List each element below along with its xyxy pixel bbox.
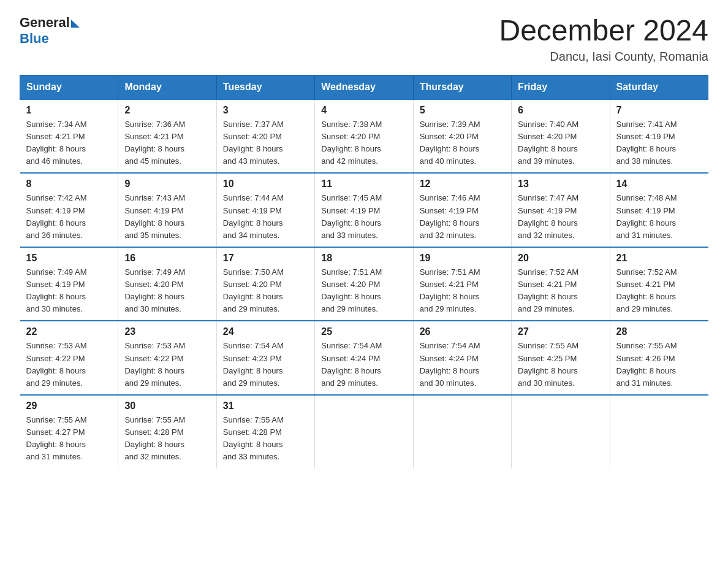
day-info: Sunrise: 7:42 AMSunset: 4:19 PMDaylight:…	[26, 193, 87, 239]
day-number: 5	[420, 105, 505, 116]
day-number: 1	[26, 105, 112, 116]
logo-arrow-icon	[71, 20, 80, 28]
calendar-day-cell	[413, 395, 511, 469]
day-number: 26	[420, 326, 505, 337]
calendar-day-cell: 19 Sunrise: 7:51 AMSunset: 4:21 PMDaylig…	[413, 247, 511, 321]
calendar-day-cell	[315, 395, 413, 469]
day-number: 20	[518, 253, 603, 264]
day-info: Sunrise: 7:49 AMSunset: 4:19 PMDaylight:…	[26, 267, 87, 313]
day-info: Sunrise: 7:48 AMSunset: 4:19 PMDaylight:…	[616, 193, 677, 239]
day-number: 23	[124, 326, 210, 337]
day-number: 27	[518, 326, 603, 337]
calendar-day-cell: 13 Sunrise: 7:47 AMSunset: 4:19 PMDaylig…	[512, 173, 610, 247]
column-header-sunday: Sunday	[20, 75, 118, 99]
day-number: 7	[616, 105, 702, 116]
day-number: 22	[26, 326, 112, 337]
calendar-day-cell: 31 Sunrise: 7:55 AMSunset: 4:28 PMDaylig…	[216, 395, 314, 469]
day-number: 6	[518, 105, 603, 116]
day-info: Sunrise: 7:38 AMSunset: 4:20 PMDaylight:…	[321, 120, 382, 166]
calendar-day-cell: 26 Sunrise: 7:54 AMSunset: 4:24 PMDaylig…	[413, 321, 511, 395]
calendar-week-2: 8 Sunrise: 7:42 AMSunset: 4:19 PMDayligh…	[20, 173, 708, 247]
calendar-day-cell: 22 Sunrise: 7:53 AMSunset: 4:22 PMDaylig…	[20, 321, 118, 395]
calendar-week-1: 1 Sunrise: 7:34 AMSunset: 4:21 PMDayligh…	[20, 99, 708, 174]
calendar-day-cell: 24 Sunrise: 7:54 AMSunset: 4:23 PMDaylig…	[216, 321, 314, 395]
day-number: 10	[223, 178, 308, 190]
calendar-day-cell: 17 Sunrise: 7:50 AMSunset: 4:20 PMDaylig…	[216, 247, 314, 321]
calendar-day-cell: 16 Sunrise: 7:49 AMSunset: 4:20 PMDaylig…	[118, 247, 216, 321]
day-info: Sunrise: 7:49 AMSunset: 4:20 PMDaylight:…	[124, 267, 185, 313]
calendar-day-cell: 6 Sunrise: 7:40 AMSunset: 4:20 PMDayligh…	[512, 99, 610, 174]
day-number: 3	[223, 105, 308, 116]
day-info: Sunrise: 7:37 AMSunset: 4:20 PMDaylight:…	[223, 120, 284, 166]
day-number: 13	[518, 178, 603, 190]
day-info: Sunrise: 7:55 AMSunset: 4:27 PMDaylight:…	[26, 415, 87, 461]
day-info: Sunrise: 7:54 AMSunset: 4:24 PMDaylight:…	[321, 341, 382, 387]
day-number: 25	[321, 326, 406, 337]
calendar-day-cell: 18 Sunrise: 7:51 AMSunset: 4:20 PMDaylig…	[315, 247, 413, 321]
day-number: 15	[26, 253, 112, 264]
day-info: Sunrise: 7:41 AMSunset: 4:19 PMDaylight:…	[616, 120, 677, 166]
column-header-friday: Friday	[512, 75, 610, 99]
day-info: Sunrise: 7:51 AMSunset: 4:21 PMDaylight:…	[420, 267, 480, 313]
calendar-day-cell: 21 Sunrise: 7:52 AMSunset: 4:21 PMDaylig…	[610, 247, 708, 321]
day-info: Sunrise: 7:45 AMSunset: 4:19 PMDaylight:…	[321, 193, 382, 239]
page-header: General Blue December 2024 Dancu, Iasi C…	[20, 15, 708, 64]
column-header-wednesday: Wednesday	[315, 75, 413, 99]
calendar-day-cell: 10 Sunrise: 7:44 AMSunset: 4:19 PMDaylig…	[216, 173, 314, 247]
day-info: Sunrise: 7:55 AMSunset: 4:28 PMDaylight:…	[223, 415, 284, 461]
day-number: 19	[420, 253, 505, 264]
day-info: Sunrise: 7:34 AMSunset: 4:21 PMDaylight:…	[26, 120, 87, 166]
day-number: 17	[223, 253, 308, 264]
calendar-day-cell	[610, 395, 708, 469]
day-number: 4	[321, 105, 406, 116]
title-block: December 2024 Dancu, Iasi County, Romani…	[499, 15, 708, 64]
day-info: Sunrise: 7:54 AMSunset: 4:24 PMDaylight:…	[420, 341, 480, 387]
day-number: 31	[223, 400, 308, 412]
day-number: 12	[420, 178, 505, 190]
calendar-day-cell: 27 Sunrise: 7:55 AMSunset: 4:25 PMDaylig…	[512, 321, 610, 395]
day-info: Sunrise: 7:53 AMSunset: 4:22 PMDaylight:…	[26, 341, 87, 387]
calendar-day-cell: 30 Sunrise: 7:55 AMSunset: 4:28 PMDaylig…	[118, 395, 216, 469]
calendar-day-cell: 1 Sunrise: 7:34 AMSunset: 4:21 PMDayligh…	[20, 99, 118, 174]
day-info: Sunrise: 7:50 AMSunset: 4:20 PMDaylight:…	[223, 267, 284, 313]
day-info: Sunrise: 7:39 AMSunset: 4:20 PMDaylight:…	[420, 120, 480, 166]
calendar-day-cell: 23 Sunrise: 7:53 AMSunset: 4:22 PMDaylig…	[118, 321, 216, 395]
calendar-table: SundayMondayTuesdayWednesdayThursdayFrid…	[20, 75, 708, 469]
calendar-day-cell: 25 Sunrise: 7:54 AMSunset: 4:24 PMDaylig…	[315, 321, 413, 395]
calendar-day-cell: 8 Sunrise: 7:42 AMSunset: 4:19 PMDayligh…	[20, 173, 118, 247]
calendar-day-cell: 2 Sunrise: 7:36 AMSunset: 4:21 PMDayligh…	[118, 99, 216, 174]
day-number: 30	[124, 400, 210, 412]
logo-blue-text: Blue	[20, 31, 49, 47]
day-info: Sunrise: 7:43 AMSunset: 4:19 PMDaylight:…	[124, 193, 185, 239]
day-info: Sunrise: 7:52 AMSunset: 4:21 PMDaylight:…	[518, 267, 578, 313]
day-info: Sunrise: 7:53 AMSunset: 4:22 PMDaylight:…	[124, 341, 185, 387]
calendar-day-cell: 9 Sunrise: 7:43 AMSunset: 4:19 PMDayligh…	[118, 173, 216, 247]
day-info: Sunrise: 7:44 AMSunset: 4:19 PMDaylight:…	[223, 193, 284, 239]
calendar-day-cell: 29 Sunrise: 7:55 AMSunset: 4:27 PMDaylig…	[20, 395, 118, 469]
calendar-header-row: SundayMondayTuesdayWednesdayThursdayFrid…	[20, 75, 708, 99]
calendar-day-cell: 28 Sunrise: 7:55 AMSunset: 4:26 PMDaylig…	[610, 321, 708, 395]
calendar-day-cell: 3 Sunrise: 7:37 AMSunset: 4:20 PMDayligh…	[216, 99, 314, 174]
day-number: 9	[124, 178, 210, 190]
calendar-day-cell: 4 Sunrise: 7:38 AMSunset: 4:20 PMDayligh…	[315, 99, 413, 174]
day-info: Sunrise: 7:55 AMSunset: 4:26 PMDaylight:…	[616, 341, 677, 387]
day-number: 18	[321, 253, 406, 264]
column-header-saturday: Saturday	[610, 75, 708, 99]
calendar-day-cell	[512, 395, 610, 469]
day-info: Sunrise: 7:54 AMSunset: 4:23 PMDaylight:…	[223, 341, 284, 387]
day-info: Sunrise: 7:46 AMSunset: 4:19 PMDaylight:…	[420, 193, 480, 239]
logo-general-text: General	[20, 15, 70, 31]
calendar-day-cell: 15 Sunrise: 7:49 AMSunset: 4:19 PMDaylig…	[20, 247, 118, 321]
calendar-day-cell: 7 Sunrise: 7:41 AMSunset: 4:19 PMDayligh…	[610, 99, 708, 174]
calendar-day-cell: 20 Sunrise: 7:52 AMSunset: 4:21 PMDaylig…	[512, 247, 610, 321]
day-info: Sunrise: 7:52 AMSunset: 4:21 PMDaylight:…	[616, 267, 677, 313]
day-number: 28	[616, 326, 702, 337]
calendar-week-4: 22 Sunrise: 7:53 AMSunset: 4:22 PMDaylig…	[20, 321, 708, 395]
day-number: 21	[616, 253, 702, 264]
day-number: 2	[124, 105, 210, 116]
calendar-day-cell: 14 Sunrise: 7:48 AMSunset: 4:19 PMDaylig…	[610, 173, 708, 247]
day-info: Sunrise: 7:55 AMSunset: 4:25 PMDaylight:…	[518, 341, 578, 387]
column-header-monday: Monday	[118, 75, 216, 99]
column-header-tuesday: Tuesday	[216, 75, 314, 99]
calendar-day-cell: 5 Sunrise: 7:39 AMSunset: 4:20 PMDayligh…	[413, 99, 511, 174]
